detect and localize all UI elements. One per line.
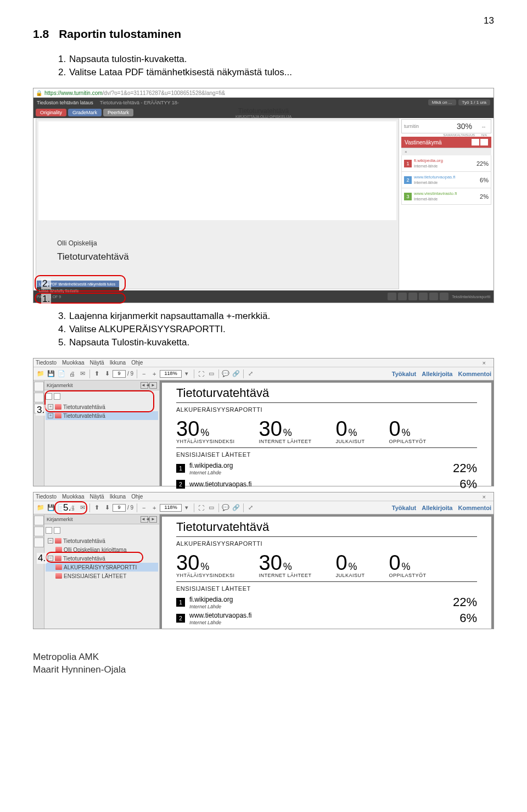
lock-icon: 🔒 bbox=[36, 90, 42, 96]
view-toggle-icon[interactable] bbox=[472, 139, 479, 145]
open-icon[interactable]: 📁 bbox=[36, 369, 46, 379]
menu-window[interactable]: Ikkuna bbox=[110, 360, 126, 366]
save-icon[interactable]: 💾 bbox=[46, 369, 56, 379]
fit-icon[interactable]: ⛶ bbox=[196, 369, 206, 379]
zoom-slider[interactable] bbox=[398, 293, 407, 300]
view-toggle-icon[interactable] bbox=[480, 139, 488, 145]
comment-button[interactable]: Kommentoi bbox=[458, 371, 492, 377]
source-number: 3 bbox=[404, 193, 412, 200]
bookmark-tool-icon[interactable] bbox=[54, 527, 60, 534]
fullscreen-icon[interactable]: ⤢ bbox=[245, 369, 255, 379]
sign-button[interactable]: Allekirjoita bbox=[422, 371, 452, 377]
tools-button[interactable]: Työkalut bbox=[392, 371, 416, 377]
pdf-page-area[interactable]: Tietoturvatehtävä ALKUPERÄISYYSRAPORTTI … bbox=[160, 514, 494, 629]
tab-grademark[interactable]: GradeMark bbox=[68, 109, 102, 116]
page-number-input[interactable]: 9 bbox=[113, 504, 126, 512]
source-item[interactable]: 2 www.tietoturvaopas.fiInternet-lähde 6% bbox=[401, 172, 491, 188]
tab-originality[interactable]: Originality bbox=[36, 109, 66, 116]
bookmark-node[interactable]: ENSISIJAISET LÄHTEET bbox=[46, 572, 158, 580]
next-icon[interactable]: ► bbox=[149, 516, 157, 523]
chevron-down-icon[interactable]: ▾ bbox=[182, 369, 192, 379]
bookmark-node-selected[interactable]: ALKUPERÄISYYSRAPORTTI bbox=[46, 563, 158, 572]
open-icon[interactable]: 📁 bbox=[36, 503, 46, 513]
prev-icon[interactable]: ◄◄ bbox=[141, 516, 148, 523]
menu-edit[interactable]: Muokkaa bbox=[62, 360, 85, 366]
chevron-down-icon[interactable]: ▾ bbox=[182, 503, 192, 513]
print-icon[interactable] bbox=[429, 293, 438, 300]
comment-button[interactable]: Kommentoi bbox=[458, 505, 492, 511]
menu-window[interactable]: Ikkuna bbox=[110, 494, 126, 500]
document-title-inpage: Tietoturvatehtävä bbox=[57, 251, 129, 262]
thumbnails-tab-icon[interactable] bbox=[34, 516, 44, 525]
bookmark-node[interactable]: −Tietoturvatehtävä bbox=[46, 536, 158, 545]
menu-help[interactable]: Ohje bbox=[131, 494, 143, 500]
zoom-out-icon[interactable] bbox=[388, 293, 396, 300]
menu-file[interactable]: Tiedosto bbox=[36, 360, 57, 366]
zoom-out-icon[interactable]: − bbox=[139, 503, 149, 513]
bookmark-tool-icon[interactable] bbox=[46, 527, 52, 534]
what-is-dropdown[interactable]: Mikä on ... bbox=[428, 99, 456, 105]
zoom-out-icon[interactable]: − bbox=[139, 369, 149, 379]
footer-credit: Metropolia AMK Maarit Hynninen-Ojala bbox=[33, 651, 494, 676]
report-title: Tietoturvatehtävä bbox=[176, 386, 477, 403]
close-icon[interactable]: × bbox=[483, 494, 486, 500]
url-host: https://www.turnitin.com bbox=[44, 90, 103, 96]
source-list: 1 fi.wikipedia.orgInternet-lähde 22% 2 w… bbox=[401, 155, 491, 205]
pdf-toolbar: 📁 💾 📄 🖨 ✉ ⬆ ⬇ 9 / 9 − + 118% ▾ ⛶ ▭ 💬 🔗 ⤢… bbox=[33, 501, 494, 514]
page-down-icon[interactable]: ⬇ bbox=[102, 503, 112, 513]
screenshot-pdf-1: Tiedosto Muokkaa Näytä Ikkuna Ohje × 📁 💾… bbox=[33, 358, 494, 486]
expand-icon[interactable]: + bbox=[48, 413, 53, 418]
zoom-in-icon[interactable]: + bbox=[149, 503, 159, 513]
attachments-tab-icon[interactable] bbox=[34, 537, 44, 547]
bookmark-node[interactable]: +Tietoturvatehtävä bbox=[46, 411, 158, 420]
fit-width-icon[interactable]: ▭ bbox=[206, 369, 216, 379]
layers-icon[interactable] bbox=[419, 293, 428, 300]
prev-icon[interactable]: ◄◄ bbox=[141, 382, 148, 389]
tools-button[interactable]: Työkalut bbox=[392, 505, 416, 511]
mail-icon[interactable]: ✉ bbox=[77, 369, 87, 379]
share-icon[interactable]: 🔗 bbox=[231, 503, 241, 513]
zoom-in-icon[interactable] bbox=[408, 293, 417, 300]
document-viewport[interactable]: Olli Opiskelija Tietoturvatehtävä bbox=[36, 119, 399, 289]
thumbnails-tab-icon[interactable] bbox=[34, 382, 44, 391]
info-icon[interactable] bbox=[440, 293, 448, 300]
menu-help[interactable]: Ohje bbox=[131, 360, 143, 366]
step-item: 3.Laajenna kirjanmerkit napsauttamalla +… bbox=[58, 311, 494, 322]
match-overview-header[interactable]: Vastinenäkymä bbox=[401, 137, 491, 148]
zoom-input[interactable]: 118% bbox=[160, 504, 182, 512]
source-item[interactable]: 1 fi.wikipedia.orgInternet-lähde 22% bbox=[401, 155, 491, 172]
tab-peermark[interactable]: PeerMark bbox=[103, 109, 133, 116]
browser-url-bar[interactable]: 🔒 https://www.turnitin.com/dv/?o=1&o=311… bbox=[33, 88, 494, 98]
bookmarks-tab-icon[interactable] bbox=[34, 527, 44, 536]
pdf-icon[interactable]: 📄 bbox=[57, 369, 66, 379]
section-number: 1.8 bbox=[33, 27, 49, 40]
print-icon[interactable]: 🖨 bbox=[67, 369, 77, 379]
bookmarks-tab-icon[interactable] bbox=[34, 393, 44, 402]
pdf-page-area[interactable]: Tietoturvatehtävä ALKUPERÄISYYSRAPORTTI … bbox=[160, 380, 494, 486]
fullscreen-icon[interactable]: ⤢ bbox=[245, 503, 255, 513]
menu-file[interactable]: Tiedosto bbox=[36, 494, 57, 500]
fit-width-icon[interactable]: ▭ bbox=[206, 503, 216, 513]
page-number-input[interactable]: 9 bbox=[113, 370, 126, 378]
menu-view[interactable]: Näytä bbox=[90, 360, 104, 366]
bar-left-text: Tiedoston tehtävän lataus bbox=[37, 100, 93, 105]
page-up-icon[interactable]: ⬆ bbox=[92, 369, 102, 379]
next-icon[interactable]: ► bbox=[149, 382, 157, 389]
page-up-icon[interactable]: ⬆ bbox=[92, 503, 102, 513]
menu-view[interactable]: Näytä bbox=[90, 494, 104, 500]
zoom-in-icon[interactable]: + bbox=[149, 369, 159, 379]
fit-icon[interactable]: ⛶ bbox=[196, 503, 206, 513]
collapse-icon[interactable]: − bbox=[48, 538, 53, 544]
source-item[interactable]: 3 www.viestintavirasto.fiInternet-lähde … bbox=[401, 188, 491, 205]
sign-button[interactable]: Allekirjoita bbox=[422, 505, 452, 511]
page-total: / 9 bbox=[127, 371, 133, 377]
close-icon[interactable]: × bbox=[483, 360, 486, 366]
comment-icon[interactable]: 💬 bbox=[221, 369, 231, 379]
menu-edit[interactable]: Muokkaa bbox=[62, 494, 85, 500]
page-down-icon[interactable]: ⬇ bbox=[102, 369, 112, 379]
similarity-percent[interactable]: 30% bbox=[452, 122, 476, 131]
comment-icon[interactable]: 💬 bbox=[221, 503, 231, 513]
zoom-input[interactable]: 118% bbox=[160, 370, 182, 378]
bookmark-icon bbox=[55, 538, 61, 544]
share-icon[interactable]: 🔗 bbox=[231, 369, 241, 379]
